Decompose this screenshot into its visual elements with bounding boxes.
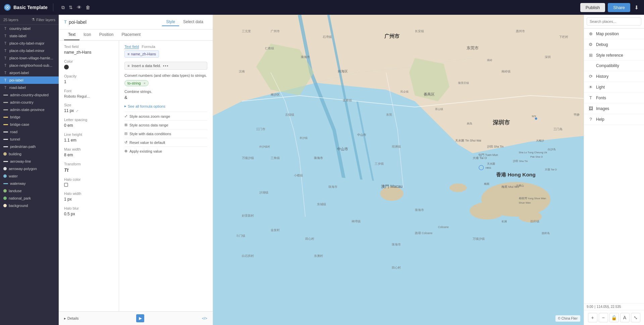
combine-text: Combine strings.	[124, 90, 207, 94]
transform-value[interactable]: Tt	[64, 167, 113, 173]
lock-button[interactable]: 🔒	[609, 313, 619, 322]
sub-tab-position[interactable]: Position	[95, 30, 118, 40]
sidebar-menu-item-fonts[interactable]: TFonts	[584, 93, 644, 103]
layer-item-country-label[interactable]: Tcountry-label	[0, 25, 59, 32]
font-prop-value[interactable]: Roboto Regul...	[64, 94, 113, 98]
prop-font: Font Roboto Regul...	[64, 89, 113, 98]
text-field-tab2[interactable]: Formula	[142, 45, 155, 49]
layer-item-place-neighborhood-sub[interactable]: Tplace-neighborhood-sub...	[0, 62, 59, 69]
share-button[interactable]: Share	[608, 3, 630, 12]
map-area[interactable]: 广州市 东莞市 深圳市 香港 Hong Kong 澳門 Macau 南海区 珠海…	[213, 15, 584, 325]
sidebar-menu-item-history[interactable]: ⟳History	[584, 71, 644, 82]
sub-tab-text[interactable]: Text	[64, 30, 79, 40]
see-all-formula-link[interactable]: ▸ See all formula options	[124, 104, 207, 108]
layer-item-poi-label[interactable]: Tpoi-label	[0, 76, 59, 84]
layer-item-road-label[interactable]: Troad-label	[0, 84, 59, 91]
filter-layers-button[interactable]: ⚗ Filter layers	[32, 17, 55, 22]
layer-item-water[interactable]: water	[0, 172, 59, 180]
svg-text:担杆镇: 担杆镇	[530, 220, 539, 223]
halo-width-value[interactable]: 1 px	[64, 197, 113, 202]
delete-layer-button[interactable]: 🗑	[84, 3, 92, 11]
sidebar-menu-item-debug[interactable]: ⚙Debug	[584, 39, 644, 50]
sidebar-menu-item-images[interactable]: 🖼Images	[584, 103, 644, 114]
download-button[interactable]: ⬇	[633, 3, 640, 12]
layer-item-name: waterway	[10, 181, 55, 185]
layer-item-name: tunnel	[10, 137, 55, 141]
search-input[interactable]	[587, 17, 641, 25]
zoom-in-button[interactable]: +	[588, 313, 597, 322]
layer-line-icon	[3, 183, 8, 184]
layer-item-waterway[interactable]: waterway	[0, 180, 59, 187]
sidebar-menu-item-style-reference[interactable]: ⊞Style reference	[584, 50, 644, 61]
style-forward-button[interactable]: ▶	[136, 314, 144, 322]
move-layer-button[interactable]: ⇅	[67, 3, 74, 11]
formula-icon: ≡	[127, 52, 129, 56]
zoom-out-button[interactable]: −	[599, 313, 608, 322]
layer-item-bridge[interactable]: bridge	[0, 113, 59, 121]
layer-item-admin-country[interactable]: admin-country	[0, 99, 59, 106]
duplicate-layer-button[interactable]: ⧉	[60, 3, 66, 12]
layer-item-tunnel[interactable]: tunnel	[0, 136, 59, 143]
opacity-prop-value[interactable]: 1	[64, 79, 113, 84]
halo-blur-label: Halo blur	[64, 206, 113, 210]
sub-tab-placement[interactable]: Placement	[117, 30, 145, 40]
layer-item-national_park[interactable]: national_park	[0, 195, 59, 202]
style-tabs: Style Select data	[162, 18, 207, 26]
fullscreen-button[interactable]: ⤡	[631, 313, 640, 322]
style-panel-header: T poi-label Style Select data	[59, 15, 213, 30]
color-prop-value[interactable]	[64, 65, 113, 69]
to-string-chip[interactable]: to-string ×	[124, 80, 149, 86]
compass-button[interactable]: A	[620, 313, 630, 322]
style-tab-style[interactable]: Style	[162, 18, 179, 26]
sub-tab-icon[interactable]: Icon	[79, 30, 95, 40]
main-area: 25 layers ⚗ Filter layers Tcountry-label…	[0, 15, 644, 325]
sidebar-menu-item-compatibility[interactable]: Compatibility	[584, 61, 644, 71]
text-field-prop-value[interactable]: name_zh-Hans	[64, 50, 113, 55]
layer-item-admin-state-province[interactable]: admin-state-province	[0, 106, 59, 113]
layer-item-admin-country-disputed[interactable]: admin-country-disputed	[0, 91, 59, 99]
layer-item-pedestrian-path[interactable]: pedestrian-path	[0, 143, 59, 150]
layer-item-place-city-label-major[interactable]: Tplace-city-label-major	[0, 40, 59, 47]
text-field-tab1[interactable]: Text field	[124, 45, 139, 49]
layer-item-aeroway-polygon[interactable]: aeroway-polygon	[0, 165, 59, 172]
halo-blur-value[interactable]: 0.5 px	[64, 212, 113, 216]
sidebar-menu-item-light[interactable]: ☀Light	[584, 82, 644, 93]
zoom-range-link[interactable]: ⤢ Style across zoom range	[124, 112, 207, 120]
layer-item-name: pedestrian-path	[10, 145, 55, 149]
code-toggle-button[interactable]: </>	[202, 316, 207, 320]
size-prop-value[interactable]: 11 px ⤢	[64, 108, 113, 113]
reset-value-link[interactable]: ↺ Reset value to default	[124, 138, 207, 147]
halo-width-label: Halo width	[64, 192, 113, 196]
layer-item-airport-label[interactable]: Tairport-label	[0, 69, 59, 76]
layer-item-name: landuse	[9, 189, 55, 193]
line-height-value[interactable]: 1.1 em	[64, 138, 113, 143]
layer-item-landuse[interactable]: landuse	[0, 187, 59, 195]
insert-field-button[interactable]: ≡ Insert a data field. •••	[124, 62, 207, 70]
layer-item-aeroway-line[interactable]: aeroway-line	[0, 158, 59, 165]
toggle-layer-button[interactable]: 👁	[75, 3, 83, 11]
style-tab-select-data[interactable]: Select data	[179, 18, 207, 26]
apply-value-link[interactable]: ⊕ Apply existing value	[124, 147, 207, 155]
layer-item-bridge-case[interactable]: bridge-case	[0, 121, 59, 128]
right-sidebar: ⊕Map position⚙Debug⊞Style referenceCompa…	[584, 15, 644, 325]
formula-chip[interactable]: ≡ name_zh-Hans	[124, 50, 159, 58]
to-string-close[interactable]: ×	[144, 81, 146, 85]
layer-item-place-town-village-hamle[interactable]: Tplace-town-village-hamle...	[0, 54, 59, 62]
condition-link[interactable]: ⊟ Style with data conditions	[124, 129, 207, 138]
layer-item-state-label[interactable]: Tstate-label	[0, 32, 59, 40]
layer-item-building[interactable]: building	[0, 150, 59, 158]
sidebar-menu-item-help[interactable]: ?Help	[584, 114, 644, 125]
sidebar-menu-item-map-position[interactable]: ⊕Map position	[584, 29, 644, 39]
max-width-value[interactable]: 8 em	[64, 153, 113, 157]
layer-item-name: admin-state-province	[10, 108, 55, 112]
svg-text:民众镇: 民众镇	[400, 90, 409, 93]
publish-button[interactable]: Publish	[580, 3, 605, 12]
layer-item-road[interactable]: road	[0, 128, 59, 136]
layer-item-place-city-label-minor[interactable]: Tplace-city-label-minor	[0, 47, 59, 54]
details-button[interactable]: ▸ Details	[64, 316, 79, 321]
letter-spacing-value[interactable]: 0 em	[64, 123, 113, 128]
halo-color-value[interactable]	[64, 183, 113, 187]
data-range-link[interactable]: ⊞ Style across data range	[124, 120, 207, 129]
layers-count: 25 layers	[3, 18, 18, 22]
layer-item-background[interactable]: background	[0, 202, 59, 209]
